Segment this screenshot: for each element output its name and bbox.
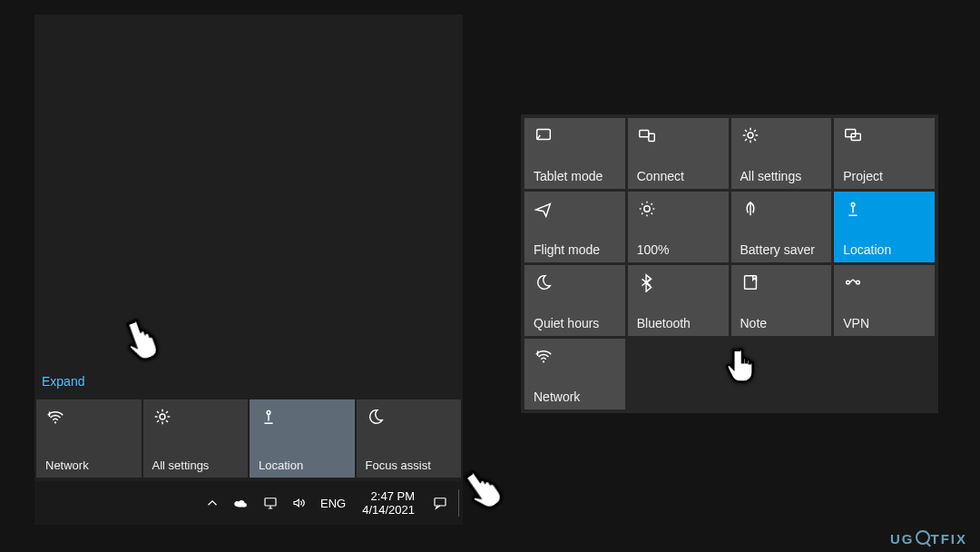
action-center-collapsed: Expand Network All settings Location Foc… xyxy=(34,15,463,525)
tile-label: VPN xyxy=(843,316,926,330)
connect-icon xyxy=(637,125,657,145)
qa-network[interactable]: Network xyxy=(36,399,142,478)
qa-label: Network xyxy=(45,458,132,472)
qa-label: Location xyxy=(259,458,346,472)
tile-label: Tablet mode xyxy=(534,169,616,183)
chevron-up-icon[interactable] xyxy=(204,495,220,511)
action-center-expanded: Tablet mode Connect All settings Project… xyxy=(521,114,938,413)
tile-label: Project xyxy=(843,169,926,183)
bluetooth-icon xyxy=(637,272,657,292)
tile-vpn[interactable]: VPN xyxy=(834,265,935,336)
tile-tablet-mode[interactable]: Tablet mode xyxy=(524,118,625,189)
leaf-icon xyxy=(740,199,760,219)
qa-label: Focus assist xyxy=(366,458,453,472)
taskbar-clock[interactable]: 2:47 PM 4/14/2021 xyxy=(355,489,422,517)
tile-label: Battery saver xyxy=(740,242,823,257)
gear-icon xyxy=(740,125,760,145)
monitor-icon[interactable] xyxy=(262,495,279,511)
location-icon xyxy=(259,407,279,427)
qa-location[interactable]: Location xyxy=(250,399,355,478)
watermark: UGTFIX xyxy=(890,529,967,547)
location-icon xyxy=(843,199,863,219)
airplane-icon xyxy=(534,199,554,219)
tile-label: Connect xyxy=(637,169,720,183)
tile-brightness[interactable]: 100% xyxy=(628,192,729,262)
tile-bluetooth[interactable]: Bluetooth xyxy=(628,265,729,336)
onedrive-cloud-icon[interactable] xyxy=(233,495,250,511)
tile-label: All settings xyxy=(740,169,823,183)
tablet-icon xyxy=(534,125,554,145)
notification-icon xyxy=(432,495,448,511)
tile-label: Bluetooth xyxy=(637,316,720,330)
clock-date: 4/14/2021 xyxy=(362,503,415,517)
tile-label: Location xyxy=(843,242,926,257)
tile-label: Note xyxy=(740,316,823,330)
taskbar: ENG 2:47 PM 4/14/2021 xyxy=(34,481,463,525)
tile-project[interactable]: Project xyxy=(834,118,935,189)
tile-location[interactable]: Location xyxy=(834,192,935,262)
tile-quiet-hours[interactable]: Quiet hours xyxy=(524,265,625,336)
wifi-icon xyxy=(45,407,65,427)
clock-time: 2:47 PM xyxy=(371,489,415,503)
tile-network[interactable]: Network xyxy=(524,339,625,409)
qa-focus-assist[interactable]: Focus assist xyxy=(357,399,462,478)
gear-icon xyxy=(152,407,172,427)
tile-label: Network xyxy=(534,389,616,404)
moon-icon xyxy=(366,407,386,427)
action-center-button[interactable] xyxy=(422,485,458,521)
tile-label: 100% xyxy=(637,242,720,257)
quick-actions-row: Network All settings Location Focus assi… xyxy=(34,399,463,478)
tile-label: Quiet hours xyxy=(534,316,616,330)
tile-battery-saver[interactable]: Battery saver xyxy=(731,192,832,262)
tile-label: Flight mode xyxy=(534,242,616,257)
tile-flight-mode[interactable]: Flight mode xyxy=(524,192,625,262)
qa-all-settings[interactable]: All settings xyxy=(143,399,249,478)
wifi-icon xyxy=(534,346,554,366)
tile-all-settings[interactable]: All settings xyxy=(731,118,832,189)
qa-label: All settings xyxy=(152,458,240,472)
tile-note[interactable]: Note xyxy=(731,265,832,336)
language-indicator[interactable]: ENG xyxy=(320,497,346,510)
expand-link[interactable]: Expand xyxy=(42,374,84,389)
project-icon xyxy=(843,125,863,145)
system-tray: ENG xyxy=(195,495,355,511)
volume-icon[interactable] xyxy=(291,495,308,511)
sun-icon xyxy=(637,199,657,219)
taskbar-divider xyxy=(458,489,459,517)
vpn-icon xyxy=(843,272,863,292)
moon-icon xyxy=(534,272,554,292)
note-icon xyxy=(740,272,760,292)
tile-connect[interactable]: Connect xyxy=(628,118,729,189)
